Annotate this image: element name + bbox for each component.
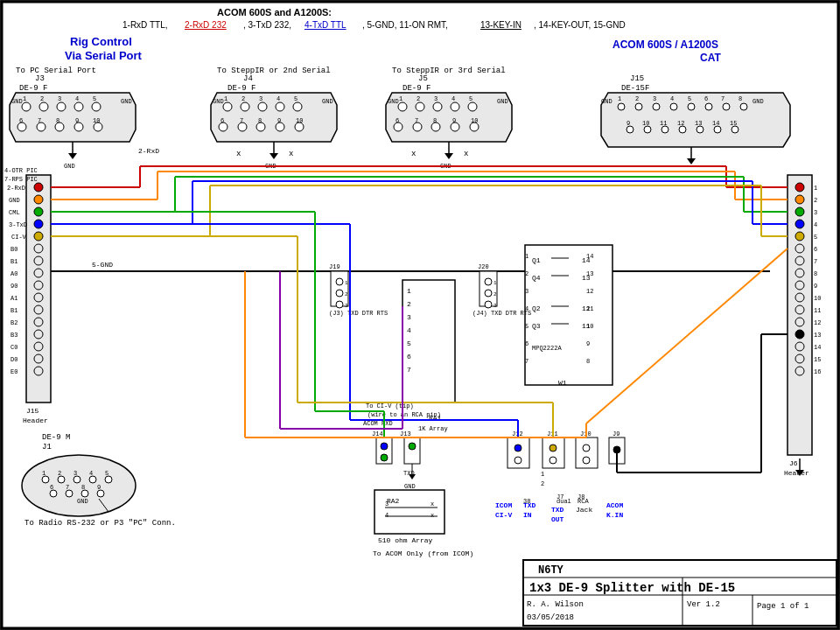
svg-point-113 (644, 126, 651, 133)
svg-text:To SteppIR or 2nd Serial: To SteppIR or 2nd Serial (217, 66, 331, 75)
svg-text:4: 4 (385, 512, 388, 519)
svg-text:3: 3 (814, 209, 817, 216)
svg-point-141 (795, 207, 804, 216)
svg-point-152 (795, 342, 804, 351)
svg-text:5: 5 (814, 234, 817, 241)
svg-text:To ACOM Only (from ICOM): To ACOM Only (from ICOM) (373, 550, 473, 557)
svg-text:13-KEY-IN: 13-KEY-IN (480, 20, 522, 30)
svg-point-77 (433, 102, 442, 111)
svg-text:GND: GND (77, 498, 88, 505)
svg-text:9: 9 (75, 117, 79, 124)
svg-point-118 (732, 126, 738, 133)
svg-point-112 (626, 126, 634, 133)
svg-text:3: 3 (407, 313, 411, 321)
svg-text:1-RxD TTL,: 1-RxD TTL, (122, 20, 168, 30)
svg-point-358 (514, 444, 522, 452)
svg-point-47 (258, 102, 267, 111)
svg-point-106 (653, 103, 660, 110)
svg-point-184 (34, 281, 43, 290)
svg-point-177 (34, 195, 43, 204)
svg-point-139 (795, 183, 804, 192)
svg-text:2: 2 (635, 95, 639, 102)
svg-point-18 (57, 102, 66, 111)
svg-text:6: 6 (220, 117, 224, 124)
svg-text:J8: J8 (578, 494, 584, 500)
svg-text:3: 3 (74, 470, 77, 477)
svg-point-140 (795, 195, 804, 204)
svg-point-143 (795, 232, 804, 241)
svg-text:03/05/2018: 03/05/2018 (527, 613, 574, 622)
svg-text:5: 5 (105, 470, 108, 477)
svg-text:3: 3 (58, 95, 61, 102)
svg-text:6: 6 (814, 246, 817, 253)
svg-text:9: 9 (586, 340, 590, 347)
svg-text:2: 2 (242, 95, 245, 102)
svg-text:GND: GND (11, 98, 23, 105)
svg-text:1: 1 (345, 280, 348, 286)
svg-point-147 (795, 281, 804, 290)
svg-text:3: 3 (525, 288, 528, 295)
svg-point-48 (276, 102, 284, 111)
svg-text:Header: Header (23, 416, 48, 424)
svg-point-314 (485, 278, 492, 285)
svg-text:12: 12 (677, 120, 684, 127)
svg-point-307 (336, 301, 343, 308)
svg-text:B3: B3 (10, 332, 18, 339)
svg-text:11: 11 (586, 305, 593, 312)
svg-text:5: 5 (469, 95, 472, 102)
svg-text:J6: J6 (789, 459, 798, 467)
svg-text:To Radio RS-232 or P3 "PC" Con: To Radio RS-232 or P3 "PC" Conn. (24, 519, 176, 528)
svg-text:DE-15F: DE-15F (621, 84, 649, 93)
svg-point-148 (795, 293, 804, 302)
svg-text:MPQ2222A: MPQ2222A (532, 345, 562, 352)
svg-point-117 (714, 126, 721, 133)
svg-point-145 (795, 256, 804, 265)
svg-point-151 (795, 330, 804, 339)
svg-text:3: 3 (494, 303, 497, 309)
svg-text:J1: J1 (42, 443, 52, 452)
svg-text:4: 4 (75, 95, 79, 102)
svg-point-190 (34, 354, 43, 363)
svg-point-144 (795, 244, 804, 253)
svg-text:D0: D0 (10, 356, 18, 363)
svg-point-346 (550, 457, 556, 464)
svg-point-315 (485, 290, 492, 297)
svg-point-186 (34, 305, 43, 314)
svg-point-322 (381, 454, 388, 461)
svg-point-182 (34, 256, 43, 265)
svg-text:J15: J15 (630, 74, 644, 83)
svg-point-46 (241, 102, 249, 111)
svg-text:E0: E0 (10, 368, 18, 375)
svg-text:TXD: TXD (551, 506, 564, 514)
svg-text:x: x (464, 150, 468, 158)
svg-text:GND: GND (64, 163, 75, 170)
svg-text:3-TxD: 3-TxD (9, 221, 27, 228)
svg-text:ACOM 600S and A1200S:: ACOM 600S and A1200S: (217, 7, 332, 18)
svg-text:J4: J4 (243, 74, 253, 83)
svg-text:DE-9 F: DE-9 F (19, 84, 47, 93)
svg-text:ICOM: ICOM (495, 501, 512, 509)
svg-text:7: 7 (38, 117, 41, 124)
svg-text:8: 8 (586, 358, 590, 365)
svg-text:OUT: OUT (551, 515, 564, 523)
svg-text:(J3) TXD DTR RTS: (J3) TXD DTR RTS (329, 310, 388, 317)
svg-text:J7: J7 (556, 494, 564, 500)
svg-text:3: 3 (345, 303, 348, 309)
svg-text:5: 5 (525, 323, 528, 330)
svg-text:10: 10 (471, 117, 478, 124)
svg-text:A1: A1 (10, 295, 18, 302)
svg-text:6: 6 (19, 117, 23, 124)
svg-point-220 (50, 490, 57, 497)
svg-text:DE-9 F: DE-9 F (228, 84, 256, 93)
svg-text:Q3: Q3 (532, 322, 541, 330)
svg-point-49 (293, 102, 302, 111)
svg-point-154 (795, 367, 804, 375)
svg-text:J3: J3 (35, 74, 45, 83)
svg-text:7: 7 (721, 95, 724, 102)
svg-text:x: x (430, 512, 434, 519)
svg-text:8: 8 (56, 117, 60, 124)
svg-text:1: 1 (814, 185, 817, 192)
svg-text:8: 8 (814, 270, 817, 277)
svg-point-115 (679, 126, 686, 133)
svg-text:J14: J14 (372, 430, 383, 438)
